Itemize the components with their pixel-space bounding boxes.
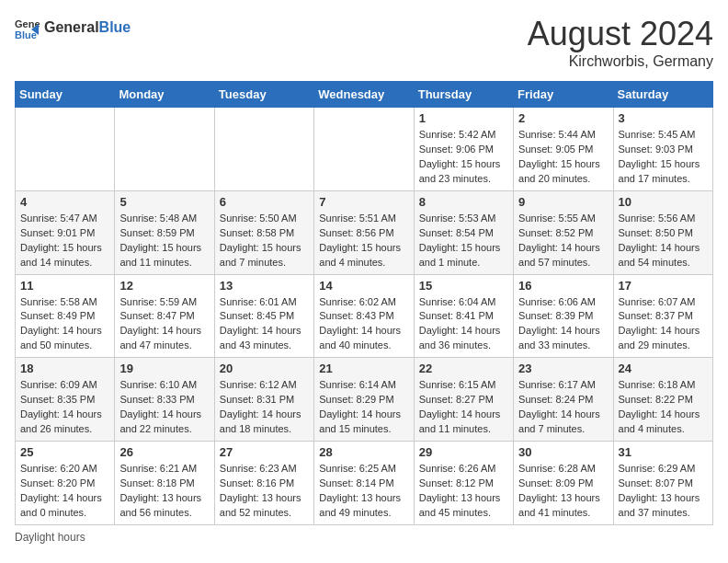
day-number: 24 xyxy=(619,362,708,375)
day-info: Sunrise: 6:10 AMSunset: 8:33 PMDaylight:… xyxy=(119,378,209,437)
calendar-day-cell: 6Sunrise: 5:50 AMSunset: 8:58 PMDaylight… xyxy=(214,190,313,274)
day-info: Sunrise: 5:50 AMSunset: 8:58 PMDaylight:… xyxy=(220,212,309,270)
day-info: Sunrise: 5:55 AMSunset: 8:52 PMDaylight:… xyxy=(518,212,608,270)
day-info: Sunrise: 5:53 AMSunset: 8:54 PMDaylight:… xyxy=(419,212,508,270)
calendar-day-cell xyxy=(214,108,313,191)
day-info: Sunrise: 5:58 AMSunset: 8:49 PMDaylight:… xyxy=(20,295,109,354)
day-info: Sunrise: 6:21 AMSunset: 8:18 PMDaylight:… xyxy=(119,462,209,521)
day-info: Sunrise: 6:25 AMSunset: 8:14 PMDaylight:… xyxy=(319,462,408,521)
calendar-day-cell: 10Sunrise: 5:56 AMSunset: 8:50 PMDayligh… xyxy=(613,190,712,274)
day-number: 5 xyxy=(119,195,209,209)
day-info: Sunrise: 6:07 AMSunset: 8:37 PMDaylight:… xyxy=(619,295,708,354)
calendar-day-cell: 16Sunrise: 6:06 AMSunset: 8:39 PMDayligh… xyxy=(514,274,613,358)
calendar-day-cell: 30Sunrise: 6:28 AMSunset: 8:09 PMDayligh… xyxy=(514,442,613,525)
calendar-day-cell: 22Sunrise: 6:15 AMSunset: 8:27 PMDayligh… xyxy=(414,358,513,442)
logo-icon: General Blue xyxy=(15,15,40,40)
day-info: Sunrise: 6:06 AMSunset: 8:39 PMDaylight:… xyxy=(518,295,608,354)
calendar-day-cell: 28Sunrise: 6:25 AMSunset: 8:14 PMDayligh… xyxy=(314,442,414,525)
calendar-day-cell: 3Sunrise: 5:45 AMSunset: 9:03 PMDaylight… xyxy=(613,108,712,191)
calendar-day-cell: 13Sunrise: 6:01 AMSunset: 8:45 PMDayligh… xyxy=(214,274,313,358)
day-number: 25 xyxy=(20,445,109,459)
calendar-day-cell: 24Sunrise: 6:18 AMSunset: 8:22 PMDayligh… xyxy=(613,358,712,442)
day-info: Sunrise: 6:12 AMSunset: 8:31 PMDaylight:… xyxy=(220,378,309,437)
day-number: 2 xyxy=(518,111,608,125)
calendar-day-cell: 8Sunrise: 5:53 AMSunset: 8:54 PMDaylight… xyxy=(414,190,513,274)
day-info: Sunrise: 5:56 AMSunset: 8:50 PMDaylight:… xyxy=(619,212,708,270)
svg-text:Blue: Blue xyxy=(15,29,37,40)
day-number: 21 xyxy=(319,362,408,375)
day-info: Sunrise: 5:47 AMSunset: 9:01 PMDaylight:… xyxy=(20,212,109,270)
day-info: Sunrise: 6:14 AMSunset: 8:29 PMDaylight:… xyxy=(319,378,408,437)
calendar-day-cell: 29Sunrise: 6:26 AMSunset: 8:12 PMDayligh… xyxy=(414,442,513,525)
calendar-day-cell: 17Sunrise: 6:07 AMSunset: 8:37 PMDayligh… xyxy=(613,274,712,358)
calendar-day-header: Saturday xyxy=(613,82,712,108)
day-number: 7 xyxy=(319,195,408,209)
day-number: 1 xyxy=(419,111,508,125)
day-number: 29 xyxy=(419,445,508,459)
footer-note: Daylight hours xyxy=(15,531,713,544)
logo-blue: Blue xyxy=(99,19,131,35)
calendar-day-cell: 9Sunrise: 5:55 AMSunset: 8:52 PMDaylight… xyxy=(514,190,613,274)
day-number: 10 xyxy=(619,195,708,209)
calendar-week-row: 25Sunrise: 6:20 AMSunset: 8:20 PMDayligh… xyxy=(16,442,713,525)
day-info: Sunrise: 5:48 AMSunset: 8:59 PMDaylight:… xyxy=(119,212,209,270)
day-info: Sunrise: 6:23 AMSunset: 8:16 PMDaylight:… xyxy=(220,462,309,521)
calendar-day-header: Wednesday xyxy=(314,82,414,108)
calendar-day-cell: 19Sunrise: 6:10 AMSunset: 8:33 PMDayligh… xyxy=(115,358,214,442)
day-number: 18 xyxy=(20,362,109,375)
calendar-day-header: Thursday xyxy=(414,82,513,108)
day-number: 11 xyxy=(20,279,109,293)
calendar-day-cell: 25Sunrise: 6:20 AMSunset: 8:20 PMDayligh… xyxy=(16,442,115,525)
day-number: 28 xyxy=(319,445,408,459)
day-number: 9 xyxy=(518,195,608,209)
calendar-day-cell: 14Sunrise: 6:02 AMSunset: 8:43 PMDayligh… xyxy=(314,274,414,358)
day-number: 3 xyxy=(619,111,708,125)
day-number: 6 xyxy=(220,195,309,209)
day-info: Sunrise: 6:17 AMSunset: 8:24 PMDaylight:… xyxy=(518,378,608,437)
day-number: 14 xyxy=(319,279,408,293)
day-info: Sunrise: 5:44 AMSunset: 9:05 PMDaylight:… xyxy=(518,128,608,187)
subtitle: Kirchworbis, Germany xyxy=(528,53,713,70)
calendar-day-cell: 21Sunrise: 6:14 AMSunset: 8:29 PMDayligh… xyxy=(314,358,414,442)
calendar-day-cell: 31Sunrise: 6:29 AMSunset: 8:07 PMDayligh… xyxy=(613,442,712,525)
day-info: Sunrise: 6:04 AMSunset: 8:41 PMDaylight:… xyxy=(419,295,508,354)
day-number: 31 xyxy=(619,445,708,459)
title-area: August 2024 Kirchworbis, Germany xyxy=(528,15,713,70)
logo-general: General xyxy=(44,19,99,35)
calendar-day-cell: 12Sunrise: 5:59 AMSunset: 8:47 PMDayligh… xyxy=(115,274,214,358)
main-title: August 2024 xyxy=(528,15,713,53)
day-number: 20 xyxy=(220,362,309,375)
day-number: 23 xyxy=(518,362,608,375)
calendar-week-row: 18Sunrise: 6:09 AMSunset: 8:35 PMDayligh… xyxy=(16,358,713,442)
day-number: 16 xyxy=(518,279,608,293)
calendar-day-cell xyxy=(16,108,115,191)
calendar-day-cell: 7Sunrise: 5:51 AMSunset: 8:56 PMDaylight… xyxy=(314,190,414,274)
day-number: 30 xyxy=(518,445,608,459)
calendar-day-header: Friday xyxy=(514,82,613,108)
calendar-day-cell: 23Sunrise: 6:17 AMSunset: 8:24 PMDayligh… xyxy=(514,358,613,442)
calendar-day-cell: 5Sunrise: 5:48 AMSunset: 8:59 PMDaylight… xyxy=(115,190,214,274)
day-info: Sunrise: 6:01 AMSunset: 8:45 PMDaylight:… xyxy=(220,295,309,354)
day-info: Sunrise: 6:02 AMSunset: 8:43 PMDaylight:… xyxy=(319,295,408,354)
day-number: 26 xyxy=(119,445,209,459)
day-info: Sunrise: 6:29 AMSunset: 8:07 PMDaylight:… xyxy=(619,462,708,521)
day-number: 4 xyxy=(20,195,109,209)
calendar-day-cell xyxy=(115,108,214,191)
calendar-day-cell: 20Sunrise: 6:12 AMSunset: 8:31 PMDayligh… xyxy=(214,358,313,442)
day-info: Sunrise: 5:59 AMSunset: 8:47 PMDaylight:… xyxy=(119,295,209,354)
calendar-header-row: SundayMondayTuesdayWednesdayThursdayFrid… xyxy=(16,82,713,108)
calendar-day-cell: 15Sunrise: 6:04 AMSunset: 8:41 PMDayligh… xyxy=(414,274,513,358)
calendar-day-cell: 2Sunrise: 5:44 AMSunset: 9:05 PMDaylight… xyxy=(514,108,613,191)
calendar-table: SundayMondayTuesdayWednesdayThursdayFrid… xyxy=(15,81,713,525)
day-info: Sunrise: 6:09 AMSunset: 8:35 PMDaylight:… xyxy=(20,378,109,437)
day-number: 27 xyxy=(220,445,309,459)
calendar-day-header: Tuesday xyxy=(214,82,313,108)
calendar-day-cell: 18Sunrise: 6:09 AMSunset: 8:35 PMDayligh… xyxy=(16,358,115,442)
calendar-day-cell: 27Sunrise: 6:23 AMSunset: 8:16 PMDayligh… xyxy=(214,442,313,525)
day-info: Sunrise: 6:20 AMSunset: 8:20 PMDaylight:… xyxy=(20,462,109,521)
page-header: General Blue GeneralBlue August 2024 Kir… xyxy=(15,15,713,70)
calendar-day-cell: 1Sunrise: 5:42 AMSunset: 9:06 PMDaylight… xyxy=(414,108,513,191)
calendar-week-row: 11Sunrise: 5:58 AMSunset: 8:49 PMDayligh… xyxy=(16,274,713,358)
calendar-day-header: Sunday xyxy=(16,82,115,108)
day-number: 19 xyxy=(119,362,209,375)
